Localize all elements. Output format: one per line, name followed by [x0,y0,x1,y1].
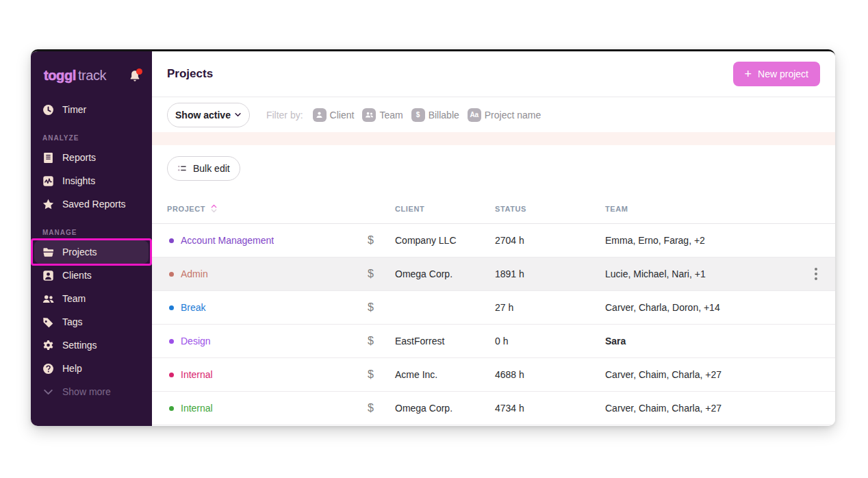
app-window: toggltrack Timer ANALYZE Reports Insight… [31,49,835,426]
tag-icon [42,316,54,328]
filter-chip-billable[interactable]: $ Billable [411,108,459,122]
sidebar-item-saved-reports[interactable]: Saved Reports [31,192,152,216]
sidebar: toggltrack Timer ANALYZE Reports Insight… [31,51,152,426]
sidebar-item-show-more[interactable]: Show more [31,380,152,403]
column-project[interactable]: PROJECT [167,205,205,213]
status-cell: 27 h [495,302,605,313]
status-cell: 0 h [495,336,605,347]
sidebar-item-insights[interactable]: Insights [31,169,152,192]
chevron-down-icon [234,111,242,118]
table-row[interactable]: Account Management $ Company LLC 2704 h … [152,224,835,257]
bulk-edit-icon [177,164,187,173]
filter-bar: Show active Filter by: Client Team $ Bil… [152,97,835,132]
toggl-logo: toggltrack [44,68,106,84]
status-cell: 4734 h [495,403,605,414]
project-name[interactable]: Internal [181,403,213,414]
notification-dot [136,68,142,75]
bulk-edit-button[interactable]: Bulk edit [167,156,240,181]
billable-dollar-icon: $ [368,368,395,381]
main-content: Projects + New project Show active Filte… [152,51,835,426]
project-name[interactable]: Break [181,302,206,313]
star-icon [42,199,54,210]
billable-dollar-icon: $ [368,335,395,347]
insights-icon [42,175,54,187]
client-cell: Omega Corp. [395,403,495,414]
team-icon [42,293,54,305]
project-name[interactable]: Internal [181,369,213,380]
notifications-bell-icon[interactable] [129,70,141,82]
project-color-dot [169,339,174,344]
client-cell: EastForrest [395,336,495,347]
project-color-dot [169,373,174,377]
client-cell: Acme Inc. [395,369,495,380]
sidebar-item-settings[interactable]: Settings [31,334,152,357]
sidebar-item-help[interactable]: Help [31,357,152,380]
plus-icon: + [745,68,752,80]
team-cell: Sara [605,336,793,347]
person-icon [313,108,327,122]
column-team[interactable]: TEAM [605,205,793,213]
table-body: Account Management $ Company LLC 2704 h … [152,224,835,426]
status-cell: 4688 h [495,369,605,380]
table-row[interactable]: Internal $ Omega Corp. 4734 h Carver, Ch… [152,392,835,425]
table-row[interactable]: Admin $ Omega Corp. 1891 h Lucie, Michae… [152,257,835,291]
project-color-dot [169,406,174,411]
sidebar-item-reports[interactable]: Reports [31,146,152,169]
reports-icon [42,152,54,164]
client-icon [42,270,54,281]
page-title: Projects [167,67,213,81]
project-name[interactable]: Admin [181,268,208,279]
table-header: PROJECT CLIENT STATUS TEAM [152,194,835,224]
dollar-icon: $ [411,108,425,122]
team-cell: Lucie, Michael, Nari, +1 [605,268,793,279]
table-row[interactable]: Break $ 27 h Carver, Charla, Doron, +14 [152,291,835,325]
people-icon [362,108,376,122]
status-cell: 2704 h [495,235,605,246]
show-active-dropdown[interactable]: Show active [167,103,250,127]
project-color-dot [169,305,174,310]
status-cell: 1891 h [495,268,605,279]
table-row[interactable]: Design $ EastForrest 0 h Sara [152,325,835,358]
project-color-dot [169,272,174,277]
sidebar-item-clients[interactable]: Clients [31,264,152,287]
filter-chip-project-name[interactable]: Aa Project name [468,108,541,122]
sidebar-item-timer[interactable]: Timer [31,98,152,121]
table-row[interactable]: Internal $ Acme Inc. 4688 h Carver, Chai… [152,358,835,392]
row-menu-kebab-icon[interactable] [815,268,817,280]
toolbar: Bulk edit [152,145,835,181]
project-color-dot [169,238,174,243]
sidebar-nav: Timer ANALYZE Reports Insights Saved Rep… [31,98,152,403]
sidebar-item-team[interactable]: Team [31,287,152,310]
filter-by-label: Filter by: [266,110,303,121]
filter-chip-team[interactable]: Team [362,108,403,122]
billable-dollar-icon: $ [368,301,395,314]
chevron-icon [42,386,54,398]
team-cell: Carver, Charla, Doron, +14 [605,302,793,313]
page-header: Projects + New project [152,51,835,97]
client-cell: Omega Corp. [395,268,495,279]
timer-icon [42,104,54,116]
project-name[interactable]: Account Management [181,235,274,246]
filter-chips: Client Team $ Billable Aa Project name [313,108,541,122]
billable-dollar-icon: $ [368,268,395,280]
gear-icon [42,340,54,351]
column-client[interactable]: CLIENT [395,205,495,213]
folder-icon [42,247,54,258]
highlight-band [152,132,835,145]
sidebar-item-projects[interactable]: Projects [34,240,149,264]
sidebar-section-manage: MANAGE [31,225,152,239]
project-name[interactable]: Design [181,336,211,347]
billable-dollar-icon: $ [368,402,395,414]
new-project-button[interactable]: + New project [733,62,820,86]
billable-dollar-icon: $ [368,234,395,247]
sidebar-item-tags[interactable]: Tags [31,310,152,334]
sidebar-section-analyze: ANALYZE [31,131,152,144]
filter-chip-client[interactable]: Client [313,108,355,122]
Aa-icon: Aa [468,108,481,122]
help-icon [42,363,54,375]
column-status[interactable]: STATUS [495,205,605,213]
sort-icon[interactable] [211,204,217,213]
team-cell: Carver, Chaim, Charla, +27 [605,403,793,414]
team-cell: Emma, Erno, Farag, +2 [605,235,793,246]
team-cell: Carver, Chaim, Charla, +27 [605,369,793,380]
